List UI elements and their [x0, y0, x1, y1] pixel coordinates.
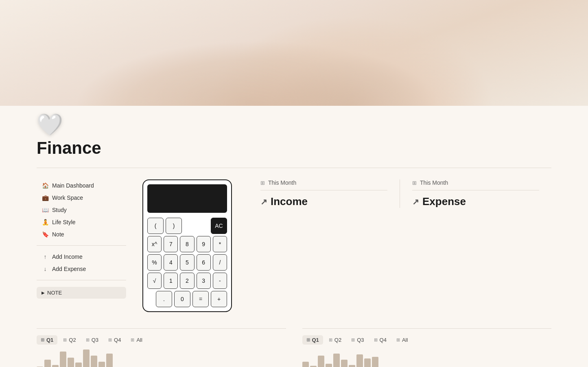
- calc-row-1: x^789*: [147, 236, 227, 252]
- sidebar-action-add-income[interactable]: ↑ Add Income: [37, 251, 126, 263]
- page-content: 🤍 Finance 🏠 Main Dashboard 💼 Work Space …: [0, 114, 588, 367]
- expense-header-label: This Month: [420, 179, 448, 186]
- calc-spacer: [184, 218, 209, 234]
- tab-right-q1[interactable]: ⊞Q1: [302, 335, 323, 345]
- sidebar-section-label: NOTE: [47, 290, 62, 296]
- main-dashboard-icon: 🏠: [42, 182, 49, 189]
- expense-grid-icon: ⊞: [412, 180, 417, 186]
- bottom-right-section: ⊞Q1⊞Q2⊞Q3⊞Q4⊞All: [302, 328, 552, 367]
- sidebar-item-life-style[interactable]: 🧘 Life Style: [37, 216, 126, 228]
- calc-btn-nine[interactable]: 9: [197, 236, 211, 252]
- bottom-left-section: ⊞Q1⊞Q2⊞Q3⊞Q4⊞All: [37, 328, 286, 367]
- bottom-left-divider: [37, 328, 286, 329]
- tab-right-icon-q1: ⊞: [306, 337, 310, 343]
- tab-right-label-q4: Q4: [380, 337, 387, 343]
- expense-card: ⊞ This Month ↗ Expense: [400, 179, 551, 208]
- chart-bar-2: [318, 356, 324, 367]
- life-style-icon: 🧘: [42, 219, 49, 225]
- tab-right-icon-all: ⊞: [396, 337, 400, 343]
- chart-bar-5: [75, 363, 82, 367]
- calc-btn-sqrt[interactable]: √: [147, 273, 162, 289]
- note-icon: 🔖: [42, 231, 49, 238]
- income-header-label: This Month: [268, 179, 296, 186]
- page-icon: 🤍: [37, 114, 551, 135]
- triangle-icon: ▶: [42, 291, 45, 295]
- calc-btn-minus[interactable]: -: [213, 273, 227, 289]
- tab-left-q2[interactable]: ⊞Q2: [59, 335, 80, 345]
- chart-left: [37, 350, 286, 367]
- chart-bar-6: [83, 350, 90, 367]
- tab-right-q4[interactable]: ⊞Q4: [370, 335, 391, 345]
- calc-btn-multiply[interactable]: *: [213, 236, 227, 252]
- calc-btn-seven[interactable]: 7: [164, 236, 178, 252]
- chart-right: [302, 350, 552, 367]
- tab-icon-q1: ⊞: [41, 337, 44, 343]
- chart-bar-0: [302, 362, 309, 367]
- tab-left-q3[interactable]: ⊞Q3: [82, 335, 103, 345]
- sidebar-section-note[interactable]: ▶ NOTE: [37, 287, 126, 299]
- bottom-area: ⊞Q1⊞Q2⊞Q3⊞Q4⊞All ⊞Q1⊞Q2⊞Q3⊞Q4⊞All: [37, 328, 551, 367]
- calculator: ()ACx^789*%456/√123-.0=+: [142, 179, 232, 312]
- calc-btn-equals[interactable]: =: [192, 291, 209, 307]
- tab-label-all: All: [136, 337, 142, 343]
- title-divider: [37, 168, 551, 168]
- add-income-label: Add Income: [52, 253, 83, 260]
- income-card-title[interactable]: ↗ Income: [260, 195, 387, 208]
- calc-btn-close-paren[interactable]: ): [166, 218, 182, 234]
- chart-bar-8: [364, 358, 371, 367]
- sidebar-item-main-dashboard[interactable]: 🏠 Main Dashboard: [37, 179, 126, 192]
- tab-left-q1[interactable]: ⊞Q1: [37, 335, 57, 345]
- calc-btn-divide[interactable]: /: [213, 254, 227, 271]
- calc-btn-percent[interactable]: %: [147, 254, 162, 271]
- sidebar-item-work-space[interactable]: 💼 Work Space: [37, 192, 126, 204]
- tab-icon-all: ⊞: [131, 337, 134, 343]
- calc-btn-five[interactable]: 5: [180, 254, 194, 271]
- chart-bar-9: [372, 357, 378, 367]
- calc-row-4: .0=+: [147, 291, 227, 307]
- sidebar-nav: 🏠 Main Dashboard 💼 Work Space 📖 Study 🧘 …: [37, 179, 126, 240]
- income-card-header: ⊞ This Month: [260, 179, 387, 190]
- tab-right-icon-q2: ⊞: [329, 337, 332, 343]
- income-label: Income: [271, 195, 308, 208]
- tab-right-q3[interactable]: ⊞Q3: [347, 335, 368, 345]
- sidebar-item-note[interactable]: 🔖 Note: [37, 228, 126, 240]
- cards-area: ⊞ This Month ↗ Income ⊞ This Month ↗ Exp…: [248, 179, 551, 208]
- calc-btn-four[interactable]: 4: [164, 254, 178, 271]
- tab-left-q4[interactable]: ⊞Q4: [104, 335, 125, 345]
- calc-btn-plus[interactable]: +: [211, 291, 227, 307]
- tab-label-q3: Q3: [92, 337, 98, 343]
- main-dashboard-label: Main Dashboard: [52, 182, 94, 189]
- tab-right-icon-q3: ⊞: [351, 337, 355, 343]
- sidebar-action-add-expense[interactable]: ↓ Add Expense: [37, 263, 126, 275]
- tab-right-label-q2: Q2: [334, 337, 341, 343]
- calc-btn-open-paren[interactable]: (: [147, 218, 164, 234]
- chart-bar-3: [326, 364, 332, 367]
- calc-btn-ac[interactable]: AC: [211, 218, 227, 234]
- calc-btn-power[interactable]: x^: [147, 236, 162, 252]
- calc-btn-two[interactable]: 2: [180, 273, 194, 289]
- bottom-right-divider: [302, 328, 552, 329]
- calc-display: [147, 184, 227, 213]
- tab-row-left: ⊞Q1⊞Q2⊞Q3⊞Q4⊞All: [37, 335, 286, 345]
- calc-btn-eight[interactable]: 8: [180, 236, 194, 252]
- tab-icon-q4: ⊞: [108, 337, 112, 343]
- study-label: Study: [52, 207, 67, 213]
- calc-btn-three[interactable]: 3: [197, 273, 211, 289]
- tab-right-all[interactable]: ⊞All: [392, 335, 412, 345]
- calc-buttons: ()ACx^789*%456/√123-.0=+: [143, 215, 231, 311]
- calc-btn-one[interactable]: 1: [164, 273, 178, 289]
- calc-btn-dot[interactable]: .: [156, 291, 172, 307]
- chart-bar-8: [98, 362, 105, 367]
- sidebar-divider: [37, 245, 126, 246]
- add-expense-label: Add Expense: [52, 266, 86, 272]
- calc-btn-zero[interactable]: 0: [174, 291, 190, 307]
- expense-card-title[interactable]: ↗ Expense: [412, 195, 539, 208]
- main-layout: 🏠 Main Dashboard 💼 Work Space 📖 Study 🧘 …: [37, 179, 551, 312]
- tab-right-q2[interactable]: ⊞Q2: [325, 335, 345, 345]
- calc-btn-six[interactable]: 6: [197, 254, 211, 271]
- study-icon: 📖: [42, 207, 49, 213]
- tab-left-all[interactable]: ⊞All: [127, 335, 146, 345]
- sidebar-item-study[interactable]: 📖 Study: [37, 204, 126, 216]
- work-space-icon: 💼: [42, 194, 49, 201]
- add-expense-icon: ↓: [42, 266, 49, 272]
